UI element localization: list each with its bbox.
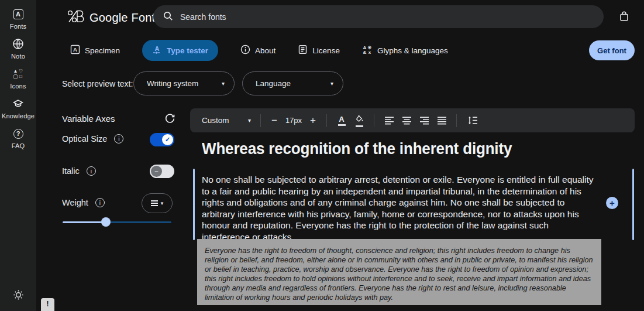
font-size-value[interactable]: 17px <box>282 116 305 125</box>
language-dropdown[interactable]: Language ▾ <box>242 71 343 95</box>
shopping-bag-icon[interactable] <box>618 10 632 24</box>
toggle-check-icon: ✓ <box>162 134 173 145</box>
svg-text:A: A <box>155 45 160 52</box>
sidebar-item-fonts[interactable]: A Fonts <box>0 8 36 30</box>
info-icon <box>240 45 250 56</box>
specimen-icon: A <box>70 45 80 56</box>
writing-system-dropdown[interactable]: Writing system ▾ <box>133 71 235 95</box>
add-text-block-button[interactable]: + <box>606 197 618 209</box>
info-icon[interactable]: i <box>87 166 96 176</box>
svg-text:A: A <box>73 46 77 53</box>
tab-specimen[interactable]: A Specimen <box>70 45 120 56</box>
chevron-down-icon: ▾ <box>330 80 333 87</box>
toolbar-divider <box>456 114 457 127</box>
preview-paragraph-text[interactable]: No one shall be subjected to arbitrary a… <box>202 174 595 242</box>
weight-label: Weight i <box>62 198 105 207</box>
slider-active-track <box>63 221 106 223</box>
feedback-icon: ! <box>46 299 49 308</box>
text-format-toolbar: Custom ▾ − 17px + A <box>190 108 635 132</box>
get-font-button[interactable]: Get font <box>589 40 635 60</box>
toolbar-divider <box>260 114 261 127</box>
align-justify-button[interactable] <box>433 117 450 125</box>
chevron-down-icon: ▾ <box>222 80 225 87</box>
sidebar-item-faq[interactable]: ? FAQ <box>0 127 36 149</box>
google-fonts-app: A Fonts Noto ▲♡◯□ Icons Knowledge <box>0 0 644 311</box>
knowledge-icon <box>12 97 25 110</box>
sidebar-item-noto[interactable]: Noto <box>0 37 36 60</box>
text-color-button[interactable]: A <box>333 115 350 126</box>
variable-axes-title: Variable Axes <box>62 114 115 124</box>
search-icon <box>163 11 173 23</box>
paint-bucket-icon <box>355 114 364 124</box>
logo-text: Google Fonts <box>89 11 161 25</box>
font-search-bar[interactable] <box>153 5 604 28</box>
left-nav-rail: A Fonts Noto ▲♡◯□ Icons Knowledge <box>0 0 36 311</box>
search-input[interactable] <box>180 12 594 22</box>
reset-axes-icon[interactable] <box>164 113 176 125</box>
italic-toggle[interactable]: − <box>150 165 174 178</box>
svg-text:&: & <box>363 50 367 54</box>
sidebar-item-label: Knowledge <box>2 112 35 119</box>
optical-size-toggle[interactable]: ✓ <box>150 133 174 146</box>
weight-presets-dropdown[interactable]: ▾ <box>142 193 173 213</box>
weight-slider[interactable] <box>63 217 171 227</box>
editable-preview-region[interactable]: No one shall be subjected to arbitrary a… <box>190 169 635 240</box>
slider-thumb[interactable] <box>101 217 111 227</box>
info-icon[interactable]: i <box>95 198 105 207</box>
font-page-tabs: A Specimen A Type tester About <box>70 40 448 61</box>
align-right-button[interactable] <box>415 117 433 125</box>
logo-mark-icon <box>67 9 84 26</box>
text-style-dropdown[interactable]: Custom ▾ <box>198 116 254 125</box>
sidebar-item-label: Icons <box>10 83 26 90</box>
fonts-icon: A <box>12 8 25 20</box>
slider-inactive-track <box>106 221 171 223</box>
chevron-down-icon: ▾ <box>161 200 164 206</box>
glyphs-icon: A ✳ & x <box>362 45 373 56</box>
sidebar-item-label: Noto <box>11 53 25 60</box>
google-fonts-logo[interactable]: Google Fonts <box>67 9 161 26</box>
tab-about[interactable]: About <box>240 45 275 56</box>
sidebar-item-label: FAQ <box>12 142 25 149</box>
theme-toggle-button[interactable] <box>0 289 36 303</box>
selected-paragraph-block[interactable]: Everyone has the right to freedom of tho… <box>197 239 601 305</box>
feedback-button[interactable]: ! <box>41 298 54 311</box>
preview-heading-text[interactable]: Whereas recognition of the inherent dign… <box>202 139 512 158</box>
color-swatch-bar <box>356 125 363 127</box>
increase-font-size-button[interactable]: + <box>305 115 321 127</box>
sidebar-item-label: Fonts <box>10 23 27 30</box>
tab-type-tester[interactable]: A Type tester <box>142 40 218 61</box>
license-doc-icon <box>298 45 308 56</box>
toggle-minus-icon: − <box>151 166 162 177</box>
type-tester-icon: A <box>152 45 162 56</box>
svg-text:x: x <box>369 50 371 54</box>
type-tester-preview: Custom ▾ − 17px + A <box>190 108 635 311</box>
selected-paragraph-text: Everyone has the right to freedom of tho… <box>205 246 594 302</box>
faq-icon: ? <box>12 127 25 140</box>
toolbar-divider <box>374 114 374 127</box>
tab-license[interactable]: License <box>298 45 340 56</box>
list-icon <box>151 200 158 206</box>
align-center-button[interactable] <box>398 117 415 125</box>
line-spacing-button[interactable] <box>463 116 483 125</box>
globe-icon <box>12 37 25 50</box>
chevron-down-icon: ▾ <box>248 117 251 124</box>
sidebar-item-icons[interactable]: ▲♡◯□ Icons <box>0 67 36 90</box>
sidebar-item-knowledge[interactable]: Knowledge <box>0 97 36 119</box>
tab-glyphs-languages[interactable]: A ✳ & x Glyphs & languages <box>362 45 448 56</box>
edit-region-left-bar <box>193 169 195 240</box>
align-left-button[interactable] <box>380 117 398 125</box>
theme-sun-icon <box>13 289 24 303</box>
icons-icon: ▲♡◯□ <box>12 67 25 80</box>
decrease-font-size-button[interactable]: − <box>267 115 282 127</box>
select-preview-text-label: Select preview text: <box>62 79 133 88</box>
optical-size-label: Optical Size i <box>62 134 123 143</box>
color-swatch-bar <box>338 124 346 126</box>
info-icon[interactable]: i <box>114 134 123 143</box>
toolbar-divider <box>326 114 327 127</box>
fill-color-button[interactable] <box>350 114 368 127</box>
italic-label: Italic i <box>62 166 96 176</box>
edit-region-right-bar <box>632 169 634 240</box>
